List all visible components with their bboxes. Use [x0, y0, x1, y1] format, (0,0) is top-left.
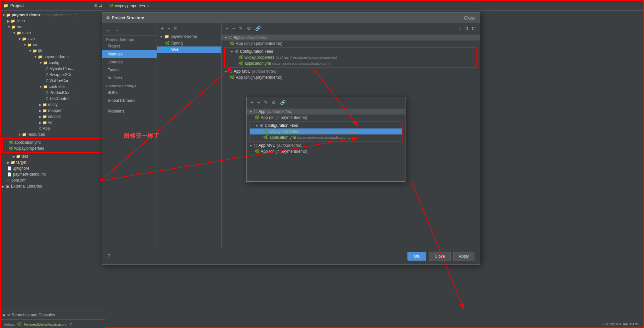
dep-add-btn[interactable]: +: [224, 25, 230, 32]
d2-config-box: ▼ ⚙ Configuration Files 🌿 wxpay.properti…: [249, 121, 402, 142]
dep-application-yml[interactable]: 🌿 application.yml (src/main/resources/ap…: [225, 60, 476, 66]
debug-bar: Debug: 🌿 PaymentDemoApplication ✕: [1, 319, 105, 328]
tree-item-idea[interactable]: ▶ 📁 .idea: [1, 18, 105, 24]
dialog2-toolbar: + − ✎ ⚙ 🔗: [247, 97, 405, 107]
tree-item-gitignore[interactable]: 📄 .gitignore: [1, 165, 105, 171]
tree-item-app[interactable]: C App: [1, 125, 105, 131]
nav-forward-btn[interactable]: →: [113, 27, 121, 34]
module-web[interactable]: 🌐 Web: [157, 46, 221, 53]
debug-close-icon[interactable]: ✕: [69, 322, 72, 327]
tree-item-cn[interactable]: ▼ 📁 cn: [1, 42, 105, 48]
nav-problems[interactable]: Problems: [102, 107, 157, 115]
tree-item-wxpay[interactable]: C WxPayConfi...: [1, 78, 105, 84]
dep-remove-btn[interactable]: −: [231, 25, 236, 32]
scratches-bar[interactable]: ▶ ✏ Scratches and Consoles: [1, 310, 105, 319]
d2-app-icon: ⬡: [254, 109, 257, 114]
tree-item-ext-libs[interactable]: ▶ 📚 External Libraries: [1, 183, 105, 189]
nav-modules[interactable]: Modules: [102, 50, 157, 58]
tree-item-paymentdemo[interactable]: ▼ 📁 paymentdemo: [1, 54, 105, 60]
tree-item-java[interactable]: ▼ 📁 java: [1, 36, 105, 42]
dep-settings-btn[interactable]: ⚙: [246, 25, 252, 32]
d2-config-files[interactable]: ▼ ⚙ Configuration Files: [250, 123, 402, 128]
modules-add-btn[interactable]: +: [160, 25, 165, 32]
tree-item-mybatis[interactable]: C MybatisPlus...: [1, 66, 105, 72]
tree-item-pom[interactable]: m pom.xml: [1, 177, 105, 183]
d2-mvc-app[interactable]: 🌿 App (cn.ljh.paymentdemo): [247, 148, 405, 154]
dep-wxpay-properties[interactable]: 🌿 wxpay.properties (src/main/resources/w…: [225, 54, 476, 60]
dep-app-spring[interactable]: 🌿 App (cn.ljh.paymentdemo): [222, 41, 480, 46]
wxpay-properties-icon: 🌿: [9, 146, 13, 151]
dep-config-files[interactable]: ▼ ⚙ Configuration Files: [225, 48, 476, 54]
tree-item-test[interactable]: ▶ 📁 test: [1, 153, 105, 159]
tree-item-config[interactable]: ▼ 📁 config: [1, 60, 105, 66]
d2-mvc-header[interactable]: ▼ ⬡ App MVC (autodetected): [247, 142, 405, 148]
dep-app-mvc-header[interactable]: ▼ ⬡ App MVC (autodetected): [222, 68, 480, 74]
tree-item-target[interactable]: ▶ 📁 target: [1, 159, 105, 165]
expand-icon[interactable]: ⇄: [99, 3, 102, 8]
dialog-close-btn[interactable]: Close: [464, 15, 476, 21]
settings-icon[interactable]: ⚙: [94, 3, 98, 8]
dep-expand-btn[interactable]: ⇉: [463, 25, 470, 32]
ok-btn[interactable]: OK: [407, 252, 426, 261]
modules-remove-btn[interactable]: −: [166, 25, 172, 32]
config-folder-icon: 📁: [43, 61, 48, 65]
help-btn[interactable]: ?: [107, 253, 110, 259]
dep-toolbar: + − ✎ ⚙ 🔗 ↕ ⇉ ⇇: [222, 23, 480, 33]
module-payment-demo-label: payment-demo: [171, 34, 197, 39]
dep-toolbar-right: ↕ ⇉ ⇇: [458, 25, 477, 32]
dep-edit-btn[interactable]: ✎: [238, 25, 244, 32]
module-spring[interactable]: 🌿 Spring: [157, 40, 221, 46]
dep-sort-az-btn[interactable]: ↕: [458, 25, 463, 32]
d2-add-btn[interactable]: +: [249, 99, 254, 106]
nav-global-libs[interactable]: Global Libraries: [102, 97, 157, 105]
nav-sdks[interactable]: SDKs: [102, 89, 157, 97]
dep-collapse-btn[interactable]: ⇇: [470, 25, 477, 32]
d2-wxpay-props[interactable]: 🌿 wxpay.properties (src/main/resources/w…: [250, 128, 402, 134]
d2-edit-btn[interactable]: ✎: [262, 99, 269, 106]
src-label: src: [17, 25, 22, 29]
tree-item-iml[interactable]: 📄 payment-demo.iml: [1, 171, 105, 177]
dep-link-btn[interactable]: 🔗: [254, 25, 262, 32]
d2-app-cn[interactable]: 🌿 App (cn.ljh.paymentdemo): [247, 115, 405, 121]
tree-item-service[interactable]: ▶ 📁 service: [1, 114, 105, 120]
d2-link-btn[interactable]: 🔗: [279, 99, 287, 106]
nav-project[interactable]: Project: [102, 42, 157, 50]
d2-app-header[interactable]: ▼ ⬡ App (autodetected): [247, 109, 405, 115]
tree-item-application-yml[interactable]: 🌿 application.yml: [3, 139, 102, 145]
dep-mvc-app[interactable]: 🌿 App (cn.ljh.paymentdemo): [222, 74, 480, 80]
d2-remove-btn[interactable]: −: [256, 99, 261, 106]
tree-root[interactable]: ▼ 📁 payment-demo F:/myCode/weChat_P: [1, 12, 105, 18]
tab-wxpay-close[interactable]: ✕: [146, 4, 149, 8]
nav-facets[interactable]: Facets: [102, 66, 157, 74]
tree-item-main[interactable]: ▼ 📁 main: [1, 30, 105, 36]
target-label: target: [16, 160, 27, 165]
tree-item-controller[interactable]: ▼ 📁 controller: [1, 84, 105, 90]
dialog-title: ⚙ Project Structure: [106, 16, 144, 20]
tree-item-src[interactable]: ▼ 📁 src: [1, 24, 105, 30]
tree-item-productcon[interactable]: C ProductCon...: [1, 90, 105, 96]
wxpay-label: WxPayConfi...: [49, 78, 75, 83]
module-payment-demo[interactable]: ▼ 📁 payment-demo: [157, 33, 221, 40]
tree-item-testcontroll[interactable]: C TestControll...: [1, 96, 105, 102]
dialog-modules-panel: + − ⎘ ▼ 📁 payment-demo 🌿 Spring: [157, 23, 222, 248]
dep-mvc-arrow: ▼: [224, 70, 228, 73]
tree-item-resources[interactable]: ▼ 📁 resources: [1, 131, 105, 137]
tree-item-vo[interactable]: ▶ 📁 vo: [1, 120, 105, 125]
tree-item-swagger[interactable]: C Swagger2Co...: [1, 72, 105, 78]
nav-libraries[interactable]: Libraries: [102, 58, 157, 66]
nav-back-btn[interactable]: ←: [105, 27, 112, 34]
tree-item-mapper[interactable]: ▶ 📁 mapper: [1, 108, 105, 114]
modules-copy-btn[interactable]: ⎘: [173, 25, 178, 32]
project-panel-title: Project: [10, 3, 24, 8]
tab-wxpay[interactable]: 🌿 wxpay.properties ✕: [105, 2, 153, 10]
d2-settings-btn[interactable]: ⚙: [270, 99, 277, 106]
dep-app-icon: ⬡: [229, 35, 232, 40]
nav-artifacts[interactable]: Artifacts: [102, 74, 157, 82]
close-btn[interactable]: Close: [429, 252, 451, 261]
tree-item-wxpay-properties[interactable]: 🌿 wxpay.properties: [3, 145, 102, 151]
apply-btn[interactable]: Apply: [453, 252, 474, 261]
dep-app-header[interactable]: ▼ ⬡ App (autodetected): [222, 35, 480, 41]
tree-item-entity[interactable]: ▶ 📁 entity: [1, 102, 105, 108]
tree-item-ljh[interactable]: ▼ 📁 ljh: [1, 48, 105, 54]
d2-app-yml[interactable]: 🌿 application.yml (src/main/resources/ap…: [250, 134, 402, 140]
